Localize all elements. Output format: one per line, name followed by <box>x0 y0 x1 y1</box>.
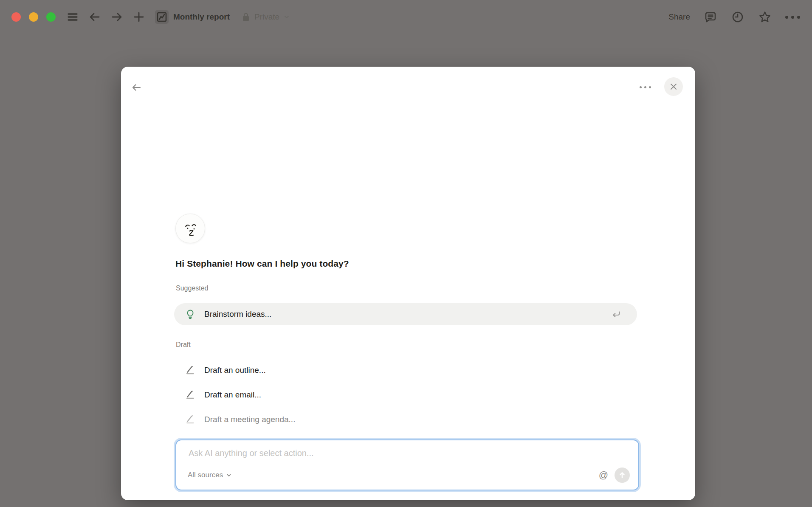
window-controls <box>11 12 56 22</box>
hamburger-icon <box>66 10 79 24</box>
more-icon <box>785 16 800 19</box>
ai-prompt-box: All sources @ <box>175 439 639 490</box>
share-button[interactable]: Share <box>668 12 690 22</box>
star-icon <box>758 10 772 24</box>
zoom-window-button[interactable] <box>46 12 56 22</box>
suggested-section-label: Suggested <box>176 284 209 292</box>
draft-section-label: Draft <box>176 341 191 349</box>
pen-line-icon <box>185 365 195 375</box>
favorite-button[interactable] <box>758 10 772 24</box>
comments-button[interactable] <box>704 10 717 24</box>
ai-greeting: Hi Stephanie! How can I help you today? <box>175 259 349 269</box>
app-topbar: Monthly report Private Share <box>0 0 812 34</box>
chevron-down-icon <box>226 472 232 478</box>
page-title: Monthly report <box>173 12 230 22</box>
ai-face-icon <box>180 219 200 238</box>
dialog-back-button[interactable] <box>130 81 143 95</box>
draft-email-item[interactable]: Draft an email... <box>174 384 637 406</box>
lightbulb-icon <box>185 309 195 319</box>
topbar-actions: Share <box>668 10 800 24</box>
ai-prompt-input[interactable] <box>188 448 572 459</box>
nav-forward-button[interactable] <box>110 10 124 24</box>
sidebar-menu-button[interactable] <box>66 10 79 24</box>
ai-avatar <box>175 214 205 243</box>
chart-increasing-icon <box>155 10 169 24</box>
more-icon <box>640 86 651 88</box>
chevron-down-icon <box>283 14 290 20</box>
share-label: Share <box>668 12 690 22</box>
history-button[interactable] <box>731 10 744 24</box>
arrow-left-icon <box>88 10 102 24</box>
more-options-button[interactable] <box>785 16 800 19</box>
minimize-window-button[interactable] <box>29 12 38 22</box>
draft-item-label: Draft an email... <box>204 390 261 400</box>
draft-outline-item[interactable]: Draft an outline... <box>174 359 637 381</box>
breadcrumb-page[interactable]: Monthly report <box>155 10 230 24</box>
dialog-more-button[interactable] <box>637 84 654 91</box>
source-scope-selector[interactable]: All sources <box>188 471 232 479</box>
pen-line-icon <box>185 414 195 425</box>
privacy-label: Private <box>254 12 279 22</box>
draft-item-label: Draft an outline... <box>204 366 266 375</box>
at-symbol: @ <box>599 470 608 480</box>
arrow-up-icon <box>618 471 626 479</box>
new-page-button[interactable] <box>132 10 146 24</box>
dialog-close-button[interactable] <box>664 77 683 96</box>
close-icon <box>669 82 678 91</box>
prompt-footer: All sources @ <box>188 468 630 483</box>
pen-line-icon <box>185 390 195 400</box>
comment-icon <box>704 10 717 24</box>
arrow-left-icon <box>131 82 142 93</box>
source-scope-label: All sources <box>188 471 223 479</box>
nav-back-button[interactable] <box>88 10 102 24</box>
lock-icon <box>241 12 251 22</box>
prompt-footer-actions: @ <box>599 468 630 483</box>
suggestion-brainstorm[interactable]: Brainstorm ideas... <box>174 303 637 325</box>
arrow-right-icon <box>110 10 124 24</box>
plus-icon <box>132 10 146 24</box>
clock-icon <box>731 10 744 24</box>
mention-button[interactable]: @ <box>599 470 608 480</box>
privacy-selector[interactable]: Private <box>241 12 290 22</box>
notion-window: Monthly report Private Share <box>0 0 812 507</box>
ai-dialog: Hi Stephanie! How can I help you today? … <box>121 67 695 500</box>
send-button[interactable] <box>615 468 630 483</box>
close-window-button[interactable] <box>11 12 21 22</box>
suggestion-label: Brainstorm ideas... <box>204 310 271 319</box>
draft-item-label: Draft a meeting agenda... <box>204 415 295 424</box>
draft-meeting-agenda-item[interactable]: Draft a meeting agenda... <box>174 408 637 431</box>
enter-return-icon <box>611 309 622 320</box>
